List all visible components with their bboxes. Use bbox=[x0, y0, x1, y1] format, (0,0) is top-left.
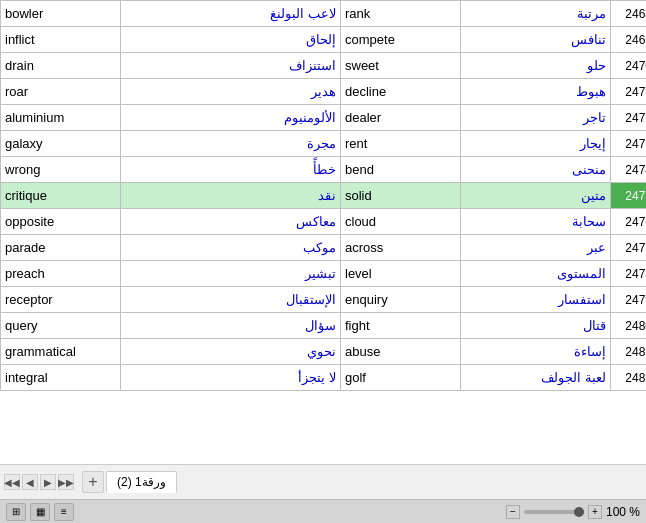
cell[interactable]: across bbox=[341, 235, 461, 261]
cell[interactable]: galaxy bbox=[1, 131, 121, 157]
cell[interactable]: معاكس bbox=[121, 209, 341, 235]
sheet-tab[interactable]: ورقة1 (2) bbox=[106, 471, 177, 493]
cell[interactable]: متين bbox=[461, 183, 611, 209]
cell[interactable]: abuse bbox=[341, 339, 461, 365]
zoom-handle[interactable] bbox=[574, 507, 584, 517]
cell[interactable]: نقد bbox=[121, 183, 341, 209]
grid-icon[interactable]: ⊞ bbox=[6, 503, 26, 521]
cell[interactable]: critique bbox=[1, 183, 121, 209]
cell[interactable]: خطأً bbox=[121, 157, 341, 183]
cell[interactable]: سحابة bbox=[461, 209, 611, 235]
cell[interactable]: سؤال bbox=[121, 313, 341, 339]
cell[interactable]: enquiry bbox=[341, 287, 461, 313]
row-number[interactable]: 2474 bbox=[611, 157, 647, 183]
nav-prev-button[interactable]: ◀ bbox=[22, 474, 38, 490]
row-number[interactable]: 2475 bbox=[611, 183, 647, 209]
cell[interactable]: roar bbox=[1, 79, 121, 105]
cell[interactable]: تبشير bbox=[121, 261, 341, 287]
nav-first-button[interactable]: ◀◀ bbox=[4, 474, 20, 490]
cell[interactable]: تاجر bbox=[461, 105, 611, 131]
cell[interactable]: عبر bbox=[461, 235, 611, 261]
row-number[interactable]: 2477 bbox=[611, 235, 647, 261]
cell[interactable]: bowler bbox=[1, 1, 121, 27]
cell[interactable]: الإستقبال bbox=[121, 287, 341, 313]
cell[interactable]: drain bbox=[1, 53, 121, 79]
cell[interactable]: grammatical bbox=[1, 339, 121, 365]
cell[interactable]: solid bbox=[341, 183, 461, 209]
row-number[interactable]: 2479 bbox=[611, 287, 647, 313]
row-number[interactable]: 2473 bbox=[611, 131, 647, 157]
cell[interactable]: dealer bbox=[341, 105, 461, 131]
cell[interactable]: integral bbox=[1, 365, 121, 391]
cell[interactable]: wrong bbox=[1, 157, 121, 183]
table-row: inflictإلحاقcompeteتنافس2469 bbox=[1, 27, 647, 53]
cell[interactable]: inflict bbox=[1, 27, 121, 53]
status-bar: ⊞ ▦ ≡ − + 100 % bbox=[0, 499, 646, 523]
cell[interactable]: الألومنيوم bbox=[121, 105, 341, 131]
table-icon[interactable]: ▦ bbox=[30, 503, 50, 521]
row-number[interactable]: 2478 bbox=[611, 261, 647, 287]
cell[interactable]: إساءة bbox=[461, 339, 611, 365]
row-number[interactable]: 2470 bbox=[611, 53, 647, 79]
cell[interactable]: sweet bbox=[341, 53, 461, 79]
cell[interactable]: لعبة الجولف bbox=[461, 365, 611, 391]
nav-next-button[interactable]: ▶ bbox=[40, 474, 56, 490]
zoom-out-button[interactable]: − bbox=[506, 505, 520, 519]
cell[interactable]: المستوى bbox=[461, 261, 611, 287]
table-row: aluminiumالألومنيومdealerتاجر2472 bbox=[1, 105, 647, 131]
cell[interactable]: منحنى bbox=[461, 157, 611, 183]
cell[interactable]: تنافس bbox=[461, 27, 611, 53]
cell[interactable]: هبوط bbox=[461, 79, 611, 105]
row-number[interactable]: 2471 bbox=[611, 79, 647, 105]
cell[interactable]: قتال bbox=[461, 313, 611, 339]
cell[interactable]: aluminium bbox=[1, 105, 121, 131]
add-sheet-button[interactable]: + bbox=[82, 471, 104, 493]
cell[interactable]: fight bbox=[341, 313, 461, 339]
zoom-in-button[interactable]: + bbox=[588, 505, 602, 519]
table-row: grammaticalنحويabuseإساءة2481 bbox=[1, 339, 647, 365]
cell[interactable]: compete bbox=[341, 27, 461, 53]
cell[interactable]: cloud bbox=[341, 209, 461, 235]
cell[interactable]: لا يتجزأ bbox=[121, 365, 341, 391]
cell[interactable]: parade bbox=[1, 235, 121, 261]
cell[interactable]: golf bbox=[341, 365, 461, 391]
table-row: drainاستنزافsweetحلو2470 bbox=[1, 53, 647, 79]
chart-icon[interactable]: ≡ bbox=[54, 503, 74, 521]
cell[interactable]: استنزاف bbox=[121, 53, 341, 79]
cell[interactable]: query bbox=[1, 313, 121, 339]
cell[interactable]: نحوي bbox=[121, 339, 341, 365]
spreadsheet: bowlerلاعب البولنغrankمرتبة2468inflictإل… bbox=[0, 0, 646, 523]
table-row: critiqueنقدsolidمتين2475 bbox=[1, 183, 647, 209]
cell[interactable]: إلحاق bbox=[121, 27, 341, 53]
cell[interactable]: preach bbox=[1, 261, 121, 287]
cell[interactable]: decline bbox=[341, 79, 461, 105]
status-icons: ⊞ ▦ ≡ bbox=[6, 503, 74, 521]
row-number[interactable]: 2482 bbox=[611, 365, 647, 391]
row-number[interactable]: 2468 bbox=[611, 1, 647, 27]
cell[interactable]: bend bbox=[341, 157, 461, 183]
row-number[interactable]: 2469 bbox=[611, 27, 647, 53]
zoom-slider[interactable] bbox=[524, 510, 584, 514]
cell[interactable]: opposite bbox=[1, 209, 121, 235]
cell[interactable]: لاعب البولنغ bbox=[121, 1, 341, 27]
cell[interactable]: rank bbox=[341, 1, 461, 27]
cell[interactable]: level bbox=[341, 261, 461, 287]
cell[interactable]: receptor bbox=[1, 287, 121, 313]
table-row: galaxyمجرةrentإيجار2473 bbox=[1, 131, 647, 157]
row-number[interactable]: 2480 bbox=[611, 313, 647, 339]
table-row: roarهديرdeclineهبوط2471 bbox=[1, 79, 647, 105]
sheet-nav: ◀◀ ◀ ▶ ▶▶ bbox=[0, 474, 78, 490]
cell[interactable]: rent bbox=[341, 131, 461, 157]
cell[interactable]: استفسار bbox=[461, 287, 611, 313]
cell[interactable]: مرتبة bbox=[461, 1, 611, 27]
row-number[interactable]: 2481 bbox=[611, 339, 647, 365]
table-row: integralلا يتجزأgolfلعبة الجولف2482 bbox=[1, 365, 647, 391]
row-number[interactable]: 2476 bbox=[611, 209, 647, 235]
cell[interactable]: موكب bbox=[121, 235, 341, 261]
cell[interactable]: إيجار bbox=[461, 131, 611, 157]
cell[interactable]: هدير bbox=[121, 79, 341, 105]
nav-last-button[interactable]: ▶▶ bbox=[58, 474, 74, 490]
cell[interactable]: حلو bbox=[461, 53, 611, 79]
cell[interactable]: مجرة bbox=[121, 131, 341, 157]
row-number[interactable]: 2472 bbox=[611, 105, 647, 131]
